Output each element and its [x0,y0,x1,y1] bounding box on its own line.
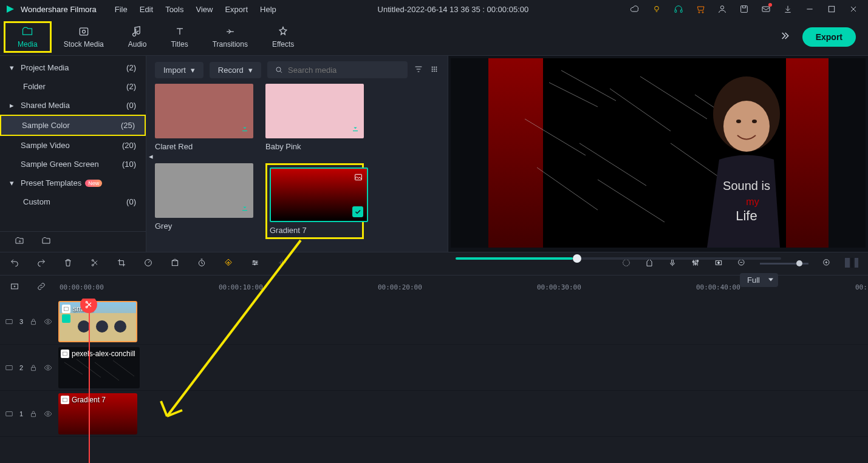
lock-icon[interactable] [29,317,38,326]
tab-audio[interactable]: Audio [116,23,159,51]
menu-help[interactable]: Help [260,5,276,14]
svg-rect-73 [62,314,70,323]
thumb-baby-pink[interactable]: Baby Pink [265,84,364,151]
zoom-handle[interactable] [796,260,802,266]
scrub-handle[interactable] [573,254,581,263]
svg-rect-85 [63,398,67,402]
fit-icon[interactable] [845,258,858,269]
thumb-gradient-7[interactable]: Gradient 7 [265,163,364,239]
svg-point-84 [47,413,49,415]
folder-icon[interactable] [41,236,51,248]
lightbulb-icon[interactable] [652,4,661,14]
redo-icon[interactable] [36,258,46,269]
crop-icon[interactable] [117,258,126,269]
playhead[interactable] [89,299,90,463]
user-icon[interactable] [717,4,727,14]
search-input[interactable] [288,66,400,75]
tab-stock-media[interactable]: Stock Media [52,23,116,51]
tab-titles[interactable]: Titles [159,23,200,51]
menu-view[interactable]: View [196,5,213,14]
tab-transitions[interactable]: Transitions [200,23,260,51]
svg-rect-6 [741,6,748,13]
close-icon[interactable] [849,4,858,14]
person-silhouette: Sound is my Life [683,72,804,248]
svg-rect-59 [845,258,850,268]
timeline-toolbar [0,252,868,275]
download-icon [240,203,250,214]
search-box[interactable] [267,61,408,78]
tree-sample-video[interactable]: Sample Video (20) [0,136,146,155]
cloud-icon[interactable] [630,4,640,14]
tab-media[interactable]: Media [4,21,52,53]
eye-icon[interactable] [44,410,52,418]
timeline-ruler[interactable]: 00:00:00:00 00:00:10:00 00:00:20:00 00:0… [0,275,868,299]
tree-sample-green-screen[interactable]: Sample Green Screen (10) [0,155,146,174]
minimize-icon[interactable] [805,4,815,14]
color-match-icon[interactable] [224,258,233,269]
headset-icon[interactable] [674,4,683,14]
new-folder-icon[interactable] [15,236,24,248]
maximize-icon[interactable] [827,4,836,14]
tracks-container[interactable]: 3 smile2 2 [0,299,868,463]
svg-text:my: my [746,197,759,207]
tab-effects[interactable]: Effects [260,23,306,51]
cart-icon[interactable] [695,4,705,14]
freeze-icon[interactable] [170,258,180,269]
delete-icon[interactable] [63,258,73,269]
svg-point-19 [434,70,434,71]
svg-rect-52 [672,260,674,264]
clip-smile2[interactable]: smile2 [58,301,137,342]
lock-icon[interactable] [29,410,38,418]
chevron-right-icon: ▸ [10,101,17,110]
adjust-icon[interactable] [250,258,260,269]
tree-project-media[interactable]: ▾ Project Media (2) [0,58,146,77]
more-tabs-icon[interactable] [778,30,790,44]
title-icons [630,4,863,14]
scrub-track[interactable] [456,257,781,260]
svg-rect-77 [63,352,67,356]
menu-tools[interactable]: Tools [165,5,183,14]
split-icon[interactable] [90,258,100,269]
menu-edit[interactable]: Edit [140,5,153,14]
tree-preset-templates[interactable]: ▾ Preset Templates New [0,174,146,192]
thumb-claret-red[interactable]: Claret Red [155,84,253,151]
undo-icon[interactable] [10,258,19,269]
mail-icon[interactable] [761,4,771,14]
lock-icon[interactable] [29,363,38,372]
menu-export[interactable]: Export [225,5,248,14]
audio-adjust-icon[interactable] [277,258,287,269]
svg-point-15 [432,69,432,69]
eye-icon[interactable] [44,317,52,326]
video-track-icon [5,410,13,418]
speed-icon[interactable] [143,258,153,269]
grid-view-icon[interactable] [429,64,439,76]
image-icon [354,172,363,184]
import-dropdown[interactable]: Import ▾ [155,62,203,78]
filter-icon[interactable] [414,64,423,76]
clip-pexels[interactable]: pexels-alex-conchill [58,347,140,388]
tree-custom[interactable]: Custom (0) [0,192,146,211]
duration-icon[interactable] [197,258,207,269]
zoom-in-icon[interactable] [822,258,832,269]
menu-file[interactable]: File [115,5,128,14]
eye-icon[interactable] [44,363,52,372]
clip-gradient-7[interactable]: Gradient 7 [58,393,137,434]
preview-canvas[interactable]: Sound is my Life [451,58,866,248]
tree-folder[interactable]: Folder (2) [0,77,146,96]
clip-icon [62,305,70,313]
thumb-grey[interactable]: Grey [155,163,253,239]
svg-line-22 [549,83,598,107]
sidebar: ▾ Project Media (2) Folder (2) ▸ Shared … [0,56,146,252]
track-3: 3 smile2 [0,299,868,345]
tree-sample-color[interactable]: Sample Color (25) [0,115,146,136]
add-track-icon[interactable] [10,282,19,292]
link-icon[interactable] [36,282,46,292]
download-icon[interactable] [783,4,793,14]
export-button[interactable]: Export [802,27,856,47]
tree-shared-media[interactable]: ▸ Shared Media (0) [0,96,146,115]
record-dropdown[interactable]: Record ▾ [210,62,261,78]
preview-content: Sound is my Life [488,58,829,248]
save-icon[interactable] [739,4,749,14]
svg-point-3 [699,12,700,13]
zoom-slider[interactable] [760,263,808,265]
